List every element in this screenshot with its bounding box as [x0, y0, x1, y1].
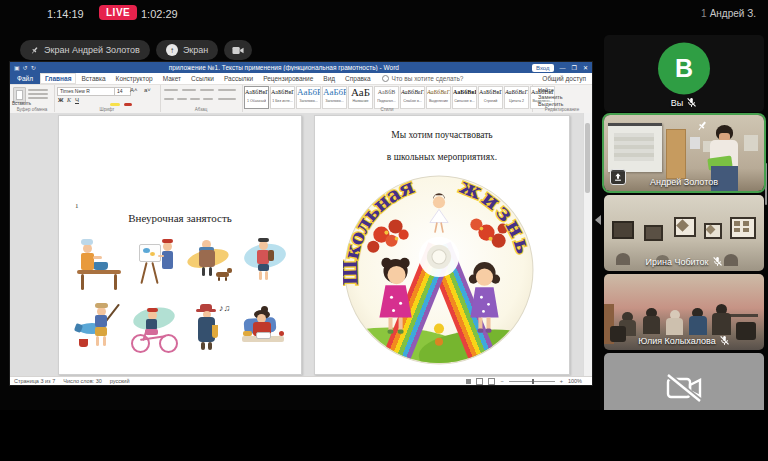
- clipboard-group: Вставить Буфер обмена: [10, 85, 55, 112]
- ribbon-tab-layout: Макет: [158, 73, 186, 84]
- word-ribbon: Вставить Буфер обмена Times New R 14 А˄ …: [10, 85, 592, 114]
- word-ribbon-tabs: Файл Главная Вставка Конструктор Макет С…: [10, 73, 592, 85]
- camera-icon: [232, 46, 244, 55]
- illustration-cooking: [73, 234, 124, 297]
- word-document-canvas: 1 Внеурочная занятость: [10, 113, 584, 377]
- viewer-count: 1: [701, 8, 707, 19]
- close-icon: ✕: [583, 64, 588, 71]
- word-share-button: Общий доступ: [542, 75, 586, 82]
- live-elapsed-time: 1:02:29: [141, 8, 178, 20]
- participant-tile-yulia[interactable]: Юлия Колыхалова: [604, 274, 764, 350]
- font-group-label: Шрифт: [54, 107, 160, 112]
- tell-me-box: Что вы хотите сделать?: [382, 75, 464, 83]
- viewer-name: Андрей З.: [710, 8, 756, 19]
- tab-screen[interactable]: ↑ Экран: [156, 40, 218, 60]
- participant-tile-camera-off[interactable]: [604, 353, 764, 410]
- screen-share-icon: ↑: [166, 44, 178, 56]
- font-group: Times New R 14 А˄ а˅ Ж К Ч Шрифт: [54, 85, 161, 112]
- bold-button: Ж: [58, 97, 63, 104]
- ribbon-tab-home: Главная: [40, 73, 76, 84]
- view-read-icon: [466, 379, 471, 384]
- door: [666, 129, 686, 179]
- avatar: В: [658, 43, 710, 95]
- participant-name: Ирина Чобиток: [645, 257, 708, 267]
- editing-group: Найти Заменить Выделить Редактирование: [532, 85, 592, 112]
- right-page-line1: Мы хотим поучаствовать: [315, 130, 569, 140]
- status-language: русский: [110, 378, 130, 384]
- status-words: Число слов: 30: [63, 378, 102, 384]
- highlight-icon: [110, 103, 120, 106]
- sidebar-scrollbar[interactable]: [765, 163, 767, 205]
- view-web-icon: [488, 378, 495, 385]
- editing-group-label: Редактирование: [532, 107, 592, 112]
- sidebar-collapse-chevron[interactable]: [595, 215, 601, 225]
- ribbon-tab-view: Вид: [318, 73, 340, 84]
- live-badge: LIVE: [99, 5, 137, 20]
- pin-icon: [696, 120, 708, 132]
- paragraph-group: Абзац: [160, 85, 243, 112]
- status-page: Страница 3 из 7: [14, 378, 55, 384]
- ribbon-tab-review: Рецензирование: [258, 73, 318, 84]
- restore-icon: ❐: [572, 64, 577, 71]
- mic-muted-icon: [712, 256, 723, 267]
- replace-item: Заменить: [538, 94, 563, 101]
- viewer-indicator: 1Андрей З.: [701, 8, 756, 19]
- undo-icon: ↺: [23, 64, 28, 71]
- left-page-title: Внеурочная занятость: [59, 212, 301, 224]
- ribbon-tab-help: Справка: [340, 73, 376, 84]
- zoom-in-button: +: [560, 378, 563, 384]
- grow-font-icon: А˄: [130, 87, 138, 94]
- shrink-font-icon: а˅: [144, 87, 151, 94]
- zoom-slider: [509, 381, 555, 382]
- font-name-box: Times New R: [57, 87, 115, 96]
- underline-button: Ч: [75, 97, 79, 104]
- school-life-disc-image: Школьная жизнь: [343, 174, 535, 366]
- pin-icon: [30, 46, 39, 55]
- styles-group: АаБбВвГг1 ОбычныйАаБбВвГг1 Без инте...Аа…: [242, 85, 533, 112]
- document-scrollbar[interactable]: [583, 113, 592, 377]
- participant-name: Юлия Колыхалова: [638, 336, 716, 346]
- clipboard-group-label: Буфер обмена: [10, 107, 54, 112]
- ribbon-tab-insert: Вставка: [76, 73, 110, 84]
- camera-off-icon: [664, 371, 704, 405]
- illustration-saxophone: ♪♫: [182, 301, 233, 364]
- illustration-reading: [237, 301, 288, 364]
- participant-tile-andrey[interactable]: Андрей Золотов: [604, 115, 764, 191]
- meeting-window: 1:14:19 LIVE 1:02:29 1Андрей З. Экран Ан…: [0, 0, 768, 461]
- find-item: Найти: [538, 87, 554, 94]
- illustration-cycling: [128, 301, 179, 364]
- document-page-right: Мы хотим поучаствовать в школьных меропр…: [314, 115, 570, 375]
- ribbon-tab-file: Файл: [10, 73, 40, 84]
- illustration-walking-the-dog: [182, 234, 233, 297]
- ribbon-tab-design: Конструктор: [111, 73, 158, 84]
- illustration-painting: [128, 234, 179, 297]
- screen-tab-bar: Экран Андрей Золотов ↑ Экран: [20, 40, 252, 60]
- meeting-elapsed-time: 1:14:19: [47, 8, 84, 20]
- camera-toggle-chip[interactable]: [224, 40, 252, 60]
- illustration-fishing: [73, 301, 124, 364]
- right-page-line2: в школьных мероприятиях.: [315, 152, 569, 162]
- word-signin-button: Вход: [532, 64, 554, 72]
- shared-screen-word-window[interactable]: ▣ ↺ ↻ приложение №1. Тексты применения (…: [10, 62, 592, 385]
- minimize-icon: —: [560, 65, 566, 71]
- paragraph-group-label: Абзац: [160, 107, 242, 112]
- word-statusbar: Страница 3 из 7 Число слов: 30 русский −…: [10, 376, 592, 385]
- participant-tile-self[interactable]: В Вы: [604, 35, 764, 112]
- word-document-title: приложение №1. Тексты применения (функци…: [36, 64, 532, 71]
- paste-label: Вставить: [12, 101, 31, 106]
- page-number: 1: [75, 202, 79, 210]
- document-page-left: 1 Внеурочная занятость: [58, 115, 302, 375]
- ribbon-tab-references: Ссылки: [186, 73, 219, 84]
- zoom-out-button: −: [500, 378, 503, 384]
- tab-screen-andrey[interactable]: Экран Андрей Золотов: [20, 40, 150, 60]
- wall-frame: [644, 225, 663, 241]
- font-color-icon: [124, 103, 132, 106]
- italic-button: К: [67, 97, 71, 104]
- zoom-level: 100%: [568, 378, 582, 384]
- participant-tile-irina[interactable]: Ирина Чобиток: [604, 195, 764, 271]
- view-print-icon: [476, 378, 483, 385]
- mic-muted-icon: [686, 97, 697, 108]
- tab-label: Экран Андрей Золотов: [44, 45, 140, 55]
- styles-group-label: Стили: [242, 107, 532, 112]
- participant-name: Андрей Золотов: [650, 177, 718, 187]
